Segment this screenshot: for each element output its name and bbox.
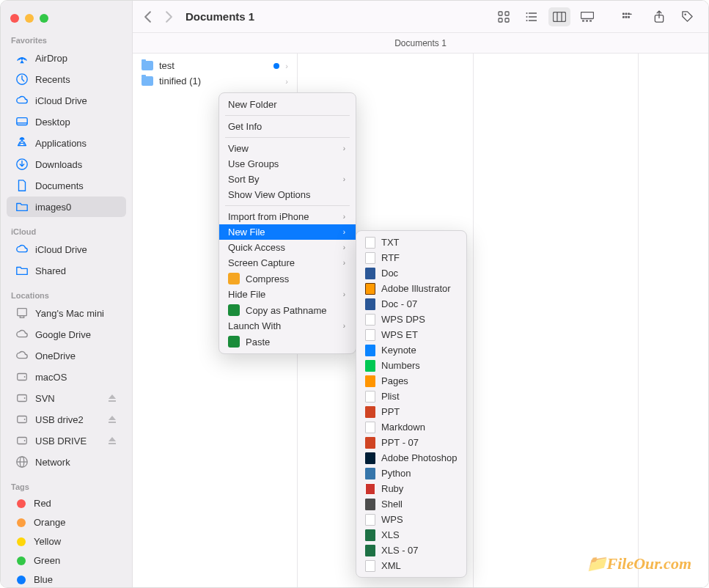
- file-item[interactable]: tinified (1) ›: [133, 73, 297, 89]
- file-type-icon: [365, 237, 375, 249]
- sidebar-item-shared[interactable]: Shared: [7, 260, 126, 281]
- column-3[interactable]: [474, 54, 639, 587]
- menu-item-show-view-options[interactable]: Show View Options: [219, 187, 356, 202]
- eject-icon[interactable]: [107, 436, 117, 446]
- clock-icon: [15, 73, 29, 86]
- submenu-item-ruby[interactable]: Ruby: [356, 481, 466, 496]
- submenu-item-shell[interactable]: Shell: [356, 496, 466, 512]
- sidebar-item-airdrop[interactable]: AirDrop: [7, 48, 126, 68]
- sidebar-item-usb-drive[interactable]: USB DRIVE: [7, 430, 126, 451]
- menu-item-use-groups[interactable]: Use Groups: [219, 156, 356, 172]
- eject-icon[interactable]: [107, 414, 117, 425]
- sidebar-item-downloads[interactable]: Downloads: [7, 154, 126, 174]
- view-columns-button[interactable]: [548, 7, 570, 26]
- menu-item-import-from-iphone[interactable]: Import from iPhone›: [219, 209, 356, 224]
- menu-item-copy-as-pathname[interactable]: Copy as Pathname: [219, 302, 356, 318]
- menu-item-get-info[interactable]: Get Info: [219, 119, 356, 134]
- submenu-item-numbers[interactable]: Numbers: [356, 358, 466, 373]
- submenu-item-rtf[interactable]: RTF: [356, 250, 466, 265]
- maximize-button[interactable]: [40, 14, 48, 23]
- forward-button[interactable]: [164, 10, 174, 23]
- tag-item-green[interactable]: Green: [7, 551, 126, 570]
- menu-item-view[interactable]: View›: [219, 141, 356, 156]
- sidebar-item-macos[interactable]: macOS: [7, 367, 126, 387]
- submenu-item-wps-et[interactable]: WPS ET: [356, 327, 466, 342]
- tag-item-red[interactable]: Red: [7, 494, 126, 512]
- sidebar-item-network[interactable]: Network: [7, 452, 126, 472]
- menu-item-paste[interactable]: Paste: [219, 334, 356, 350]
- submenu-item-python[interactable]: Python: [356, 466, 466, 481]
- menu-item-sort-by[interactable]: Sort By›: [219, 172, 356, 187]
- menu-item-compress[interactable]: Compress: [219, 271, 356, 287]
- submenu-item-wps[interactable]: WPS: [356, 512, 466, 527]
- sidebar-item-images0[interactable]: images0: [7, 196, 126, 217]
- submenu-item-xls[interactable]: XLS: [356, 527, 466, 543]
- tag-label: Red: [34, 498, 51, 509]
- eject-icon[interactable]: [107, 393, 117, 403]
- share-button[interactable]: [648, 7, 670, 26]
- sidebar-item-icloud-drive[interactable]: iCloud Drive: [7, 90, 126, 111]
- menu-separator: [225, 205, 350, 206]
- menu-item-hide-file[interactable]: Hide File›: [219, 287, 356, 302]
- submenu-item-adobe-illustrator[interactable]: Adobe Illustrator: [356, 281, 466, 296]
- view-icons-button[interactable]: [493, 7, 515, 26]
- sidebar-item-google-drive[interactable]: Google Drive: [7, 324, 126, 345]
- submenu-item-pages[interactable]: Pages: [356, 373, 466, 389]
- tag-item-blue[interactable]: Blue: [7, 570, 126, 587]
- view-gallery-button[interactable]: [576, 7, 598, 26]
- section-header-favorites: Favorites: [1, 32, 132, 47]
- file-type-icon: [365, 529, 375, 541]
- view-list-button[interactable]: [521, 7, 543, 26]
- submenu-item-ppt[interactable]: PPT: [356, 404, 466, 419]
- menu-item-quick-access[interactable]: Quick Access›: [219, 240, 356, 255]
- svg-point-29: [526, 12, 528, 14]
- submenu-item-plist[interactable]: Plist: [356, 389, 466, 404]
- tag-item-orange[interactable]: Orange: [7, 513, 126, 532]
- submenu-item-xml[interactable]: XML: [356, 558, 466, 573]
- sidebar-item-label: OneDrive: [35, 350, 117, 361]
- file-item[interactable]: test ›: [133, 58, 297, 73]
- toolbar: Documents 1: [133, 1, 708, 33]
- close-button[interactable]: [10, 14, 19, 23]
- context-menu: New FolderGet InfoView›Use GroupsSort By…: [218, 92, 356, 354]
- svg-point-0: [21, 57, 23, 60]
- window-controls: [1, 8, 132, 32]
- tag-item-yellow[interactable]: Yellow: [7, 532, 126, 551]
- sidebar-item-usb-drive2[interactable]: USB drive2: [7, 409, 126, 430]
- sidebar-item-yang-s-mac-mini[interactable]: Yang's Mac mini: [7, 303, 126, 323]
- svg-rect-44: [628, 16, 630, 18]
- menu-item-new-file[interactable]: New File›: [219, 224, 356, 240]
- sidebar-item-svn[interactable]: SVN: [7, 388, 126, 408]
- svg-rect-39: [622, 12, 625, 15]
- sidebar-item-documents[interactable]: Documents: [7, 175, 126, 196]
- submenu-item-markdown[interactable]: Markdown: [356, 419, 466, 435]
- submenu-item-txt[interactable]: TXT: [356, 235, 466, 250]
- watermark-logo-icon: 📁: [587, 554, 606, 573]
- group-by-button[interactable]: [616, 7, 642, 26]
- sidebar-item-label: Yang's Mac mini: [35, 308, 117, 319]
- menu-item-label: Sort By: [228, 174, 337, 185]
- sidebar-item-onedrive[interactable]: OneDrive: [7, 345, 126, 366]
- submenu-item-adobe-photoshop[interactable]: Adobe Photoshop: [356, 450, 466, 466]
- sidebar-item-icloud-drive[interactable]: iCloud Drive: [7, 239, 126, 260]
- menu-item-launch-with[interactable]: Launch With›: [219, 318, 356, 334]
- submenu-item-doc-07[interactable]: Doc - 07: [356, 296, 466, 312]
- back-button[interactable]: [143, 10, 153, 23]
- submenu-item-ppt-07[interactable]: PPT - 07: [356, 435, 466, 450]
- submenu-item-wps-dps[interactable]: WPS DPS: [356, 312, 466, 327]
- sidebar-item-label: Desktop: [35, 117, 117, 128]
- menu-item-new-folder[interactable]: New Folder: [219, 97, 356, 112]
- sidebar-item-desktop[interactable]: Desktop: [7, 111, 126, 132]
- chevron-right-icon: ›: [285, 77, 288, 86]
- sidebar-item-recents[interactable]: Recents: [7, 69, 126, 89]
- submenu-item-doc[interactable]: Doc: [356, 265, 466, 281]
- sidebar-item-applications[interactable]: A Applications: [7, 133, 126, 153]
- submenu-item-xls-07[interactable]: XLS - 07: [356, 543, 466, 558]
- sidebar-item-label: iCloud Drive: [35, 95, 117, 106]
- tag-dot-icon: [17, 499, 26, 508]
- minimize-button[interactable]: [25, 14, 34, 23]
- submenu-item-keynote[interactable]: Keynote: [356, 342, 466, 358]
- menu-item-screen-capture[interactable]: Screen Capture›: [219, 255, 356, 271]
- tags-button[interactable]: [676, 7, 698, 26]
- submenu-item-label: WPS ET: [381, 329, 458, 340]
